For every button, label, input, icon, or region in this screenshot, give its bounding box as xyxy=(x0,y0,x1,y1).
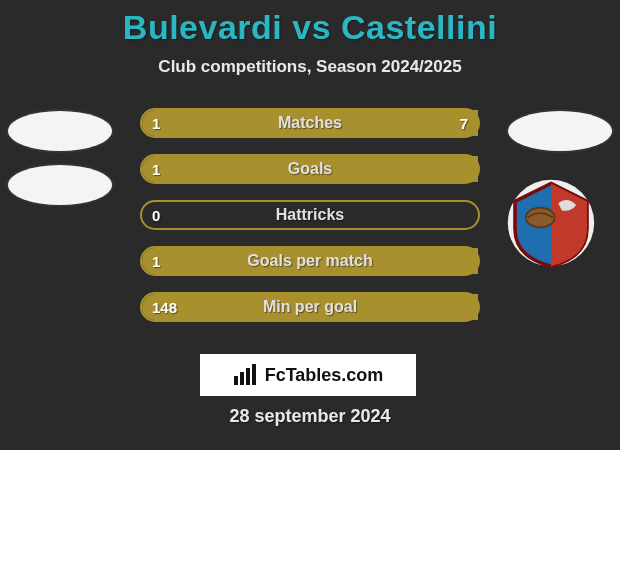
ellipse-placeholder xyxy=(8,165,112,205)
brand-text: FcTables.com xyxy=(265,365,384,386)
team-badge-left xyxy=(4,108,116,154)
stat-label: Goals xyxy=(142,156,478,182)
brand-box: FcTables.com xyxy=(200,354,416,396)
bar-track: 1 Goals per match xyxy=(140,246,480,276)
stat-label: Min per goal xyxy=(142,294,478,320)
subtitle: Club competitions, Season 2024/2025 xyxy=(0,57,620,77)
team-badge-right xyxy=(504,108,616,154)
svg-point-1 xyxy=(526,208,555,228)
stat-row-matches: 1 Matches 7 xyxy=(0,108,620,154)
club-crest-right xyxy=(506,178,596,268)
date-line: 28 september 2024 xyxy=(0,406,620,427)
svg-rect-3 xyxy=(240,372,244,385)
page-title: Bulevardi vs Castellini xyxy=(0,8,620,47)
svg-rect-2 xyxy=(234,376,238,385)
stat-right-value: 7 xyxy=(460,110,468,136)
stat-label: Hattricks xyxy=(142,202,478,228)
ellipse-placeholder xyxy=(508,111,612,151)
svg-rect-5 xyxy=(252,364,256,385)
bars-icon xyxy=(233,364,259,386)
bar-track: 1 Matches 7 xyxy=(140,108,480,138)
svg-rect-4 xyxy=(246,368,250,385)
stat-label: Matches xyxy=(142,110,478,136)
stat-row-mpg: 148 Min per goal xyxy=(0,292,620,338)
crest-icon xyxy=(506,178,596,268)
bar-track: 148 Min per goal xyxy=(140,292,480,322)
bar-track: 1 Goals xyxy=(140,154,480,184)
bar-track: 0 Hattricks xyxy=(140,200,480,230)
ellipse-placeholder xyxy=(8,111,112,151)
comparison-card: Bulevardi vs Castellini Club competition… xyxy=(0,0,620,450)
stat-label: Goals per match xyxy=(142,248,478,274)
